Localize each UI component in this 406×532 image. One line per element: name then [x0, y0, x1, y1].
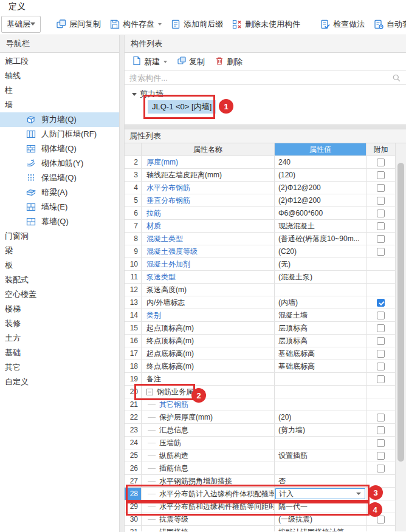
property-value-cell[interactable]: (无) — [275, 258, 366, 270]
sidebar-item[interactable]: 柱 — [0, 83, 119, 98]
property-row[interactable]: 29水平分布筋和边缘构件箍筋等间距时隔一代一 — [125, 500, 395, 513]
attach-checkbox[interactable] — [377, 337, 385, 345]
property-value-cell[interactable]: 基础底标高 — [275, 347, 366, 360]
property-row[interactable]: 5垂直分布钢筋(2)Φ12@200 — [125, 194, 395, 207]
sidebar-item[interactable]: 幕墙(Q) — [0, 214, 119, 229]
horizontal-splitter[interactable] — [125, 124, 406, 129]
property-value-cell[interactable]: (2)Φ12@200 — [275, 194, 366, 206]
property-row[interactable]: 9混凝土强度等级(C20) — [125, 245, 395, 258]
attach-checkbox[interactable] — [377, 426, 385, 434]
attach-checkbox[interactable] — [377, 171, 385, 179]
sidebar-item[interactable]: 施工段 — [0, 54, 119, 69]
property-value-cell[interactable] — [275, 386, 366, 398]
property-value-cell[interactable]: 按默认锚固搭接计算 — [275, 526, 366, 531]
sidebar-item[interactable]: 空心楼盖 — [0, 287, 119, 302]
property-value-cell[interactable]: (120) — [275, 169, 366, 181]
property-value-cell[interactable]: 设置插筋 — [275, 449, 366, 462]
attach-checkbox[interactable] — [377, 248, 385, 256]
attach-checkbox[interactable] — [377, 516, 385, 523]
value-dropdown[interactable]: 计入 — [275, 488, 365, 499]
property-value-cell[interactable]: 现浇混凝土 — [275, 220, 366, 232]
property-row[interactable]: 20钢筋业务属性 — [125, 386, 395, 398]
copy-between-floors-button[interactable]: 层间复制 — [52, 15, 105, 33]
property-row[interactable]: 31锚固搭接按默认锚固搭接计算 — [125, 526, 395, 531]
property-row[interactable]: 7材质现浇混凝土 — [125, 220, 395, 233]
sidebar-item[interactable]: 装配式 — [0, 273, 119, 287]
property-row[interactable]: 22保护层厚度(mm)(20) — [125, 411, 395, 424]
property-row[interactable]: 25纵筋构造设置插筋 — [125, 449, 395, 462]
tree-expand-icon[interactable] — [132, 93, 137, 96]
search-input[interactable] — [125, 71, 406, 84]
property-row[interactable]: 24压墙筋 — [125, 437, 395, 449]
scrollbar-track[interactable] — [395, 143, 406, 531]
property-row[interactable]: 6拉筋Φ6@600*600 — [125, 207, 395, 220]
sidebar-item[interactable]: 暗梁(A) — [0, 185, 119, 200]
sidebar-item[interactable]: 自定义 — [0, 375, 119, 389]
sidebar-item[interactable]: 墙 — [0, 98, 119, 112]
copy-component-button[interactable]: 复制 — [172, 53, 210, 70]
sidebar-item[interactable]: 土方 — [0, 331, 119, 346]
save-component-button[interactable]: 构件存盘 — [105, 15, 166, 33]
property-value-cell[interactable]: (20) — [275, 411, 366, 423]
attach-checkbox[interactable] — [377, 235, 385, 243]
attach-checkbox-checked[interactable] — [377, 299, 385, 307]
property-row[interactable]: 2厚度(mm)240 — [125, 156, 395, 169]
property-row[interactable]: 14类别混凝土墙 — [125, 309, 395, 322]
search-icon[interactable] — [392, 73, 401, 84]
property-value-cell[interactable]: 隔一代一 — [275, 500, 366, 513]
property-row[interactable]: 17起点底标高(m)基础底标高 — [125, 347, 395, 360]
property-row[interactable]: 15起点顶标高(m)层顶标高 — [125, 322, 395, 335]
scrollbar-thumb[interactable] — [397, 163, 404, 462]
property-value-cell[interactable] — [275, 284, 366, 296]
sidebar-item[interactable]: 基础 — [0, 346, 119, 360]
sidebar-item[interactable]: 梁 — [0, 244, 119, 258]
property-value-cell[interactable]: (混凝土泵) — [275, 271, 366, 283]
property-row[interactable]: 18终点底标高(m)基础底标高 — [125, 360, 395, 373]
property-value-cell[interactable]: (普通砼(坍落度10~90m... — [275, 233, 366, 245]
delete-unused-button[interactable]: 删除未使用构件 — [227, 15, 304, 33]
property-value-cell[interactable]: (内墙) — [275, 296, 366, 309]
property-row[interactable]: 27水平钢筋拐角增加搭接否 — [125, 475, 395, 488]
property-value-cell[interactable]: 层顶标高 — [275, 335, 366, 347]
floor-selector[interactable]: 基础层 — [1, 16, 41, 33]
property-row[interactable]: 30抗震等级(一级抗震) — [125, 513, 395, 526]
property-row[interactable]: 19备注 — [125, 373, 395, 386]
property-row[interactable]: 11泵送类型(混凝土泵) — [125, 271, 395, 284]
sidebar-item[interactable]: 其它 — [0, 360, 119, 375]
property-row[interactable]: 12泵送高度(m) — [125, 284, 395, 296]
sidebar-item[interactable]: 板 — [0, 258, 119, 273]
attach-checkbox[interactable] — [377, 414, 385, 421]
attach-checkbox[interactable] — [377, 324, 385, 332]
collapse-icon[interactable] — [146, 389, 153, 395]
property-value-cell[interactable]: 层顶标高 — [275, 322, 366, 334]
property-row[interactable]: 8混凝土类型(普通砼(坍落度10~90m... — [125, 233, 395, 245]
property-row[interactable]: 10混凝土外加剂(无) — [125, 258, 395, 271]
sidebar-item[interactable]: 剪力墙(Q) — [0, 112, 119, 127]
attach-checkbox[interactable] — [377, 184, 385, 192]
property-value-cell[interactable]: 混凝土墙 — [275, 309, 366, 321]
attach-checkbox[interactable] — [377, 363, 385, 370]
sidebar-item[interactable]: 门窗洞 — [0, 229, 119, 244]
sidebar-item[interactable]: 人防门框墙(RF) — [0, 127, 119, 142]
attach-checkbox[interactable] — [377, 465, 385, 472]
property-row[interactable]: 3轴线距左墙皮距离(mm)(120) — [125, 169, 395, 182]
property-value-cell[interactable]: (2)Φ12@200 — [275, 182, 366, 194]
tree-item-jlq1[interactable]: JLQ-1 <0> [内墙] — [148, 100, 216, 114]
property-value-cell[interactable] — [275, 398, 366, 411]
property-value-cell[interactable]: (C20) — [275, 245, 366, 257]
attach-checkbox[interactable] — [377, 375, 385, 383]
auto-scheme-button[interactable]: 自动套方案维护 — [369, 15, 406, 33]
property-value-cell[interactable]: (一级抗震) — [275, 513, 366, 525]
sidebar-item[interactable]: 砌体墙(Q) — [0, 142, 119, 156]
property-row[interactable]: 23汇总信息(剪力墙) — [125, 424, 395, 437]
attach-checkbox[interactable] — [377, 312, 385, 319]
attach-checkbox[interactable] — [377, 197, 385, 205]
property-row[interactable]: 4水平分布钢筋(2)Φ12@200 — [125, 182, 395, 194]
property-value-cell[interactable] — [275, 437, 366, 449]
property-value-cell[interactable]: Φ6@600*600 — [275, 207, 366, 219]
property-row[interactable]: 16终点顶标高(m)层顶标高 — [125, 335, 395, 347]
add-prefix-suffix-button[interactable]: 添加前后缀 — [166, 15, 227, 33]
sidebar-item[interactable]: 保温墙(Q) — [0, 171, 119, 185]
sidebar-item[interactable]: 砌体加筋(Y) — [0, 156, 119, 171]
property-row[interactable]: 21其它钢筋 — [125, 398, 395, 411]
